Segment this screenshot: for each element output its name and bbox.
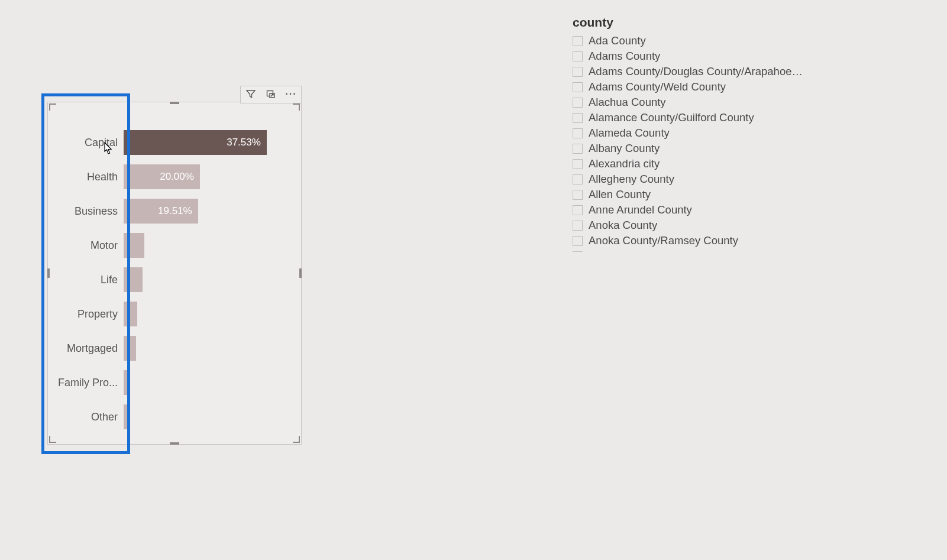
slicer-item[interactable]: Adams County <box>573 48 803 64</box>
slicer-item-label: Anoka County/Ramsey County <box>589 234 738 247</box>
checkbox-icon[interactable] <box>573 174 583 184</box>
checkbox-icon[interactable] <box>573 251 583 253</box>
category-label: Health <box>48 171 124 183</box>
slicer-item-label: Alachua County <box>589 96 666 109</box>
checkbox-icon[interactable] <box>573 36 583 46</box>
category-label: Other <box>48 411 124 423</box>
slicer-item[interactable]: Adams County/Douglas County/Arapahoe ... <box>573 64 803 79</box>
resize-handle[interactable] <box>170 442 179 445</box>
category-label: Life <box>48 274 124 286</box>
focus-mode-icon[interactable] <box>261 86 281 102</box>
county-slicer[interactable]: county Ada CountyAdams CountyAdams Count… <box>573 15 803 252</box>
chart-row[interactable]: Mortgaged <box>48 335 296 361</box>
resize-handle[interactable] <box>293 103 300 111</box>
slicer-item[interactable]: Alachua County <box>573 95 803 110</box>
filter-icon[interactable] <box>241 86 261 102</box>
slicer-item-label: Albany County <box>589 142 660 155</box>
bar[interactable]: 20.00% <box>124 164 200 189</box>
bar[interactable] <box>124 302 137 326</box>
category-label: Mortgaged <box>48 342 124 355</box>
bar[interactable] <box>124 404 130 429</box>
slicer-item-label: Adams County <box>589 50 660 63</box>
checkbox-icon[interactable] <box>573 51 583 61</box>
slicer-item[interactable]: Ada County <box>573 33 803 48</box>
bar[interactable]: 37.53% <box>124 130 267 155</box>
category-label: Business <box>48 205 124 218</box>
slicer-item[interactable]: Alamance County/Guilford County <box>573 110 803 125</box>
chart-row[interactable]: Motor <box>48 232 296 258</box>
slicer-item[interactable]: Albany County <box>573 141 803 156</box>
slicer-list[interactable]: Ada CountyAdams CountyAdams County/Dougl… <box>573 33 803 252</box>
chart-row[interactable]: Life <box>48 267 296 293</box>
bar[interactable] <box>124 233 144 258</box>
slicer-item-label: Allegheny County <box>589 173 674 186</box>
checkbox-icon[interactable] <box>573 98 583 108</box>
slicer-item[interactable]: Adams County/Weld County <box>573 79 803 95</box>
resize-handle[interactable] <box>49 103 56 111</box>
chart-row[interactable]: Capital37.53% <box>48 130 296 156</box>
category-label: Family Pro... <box>48 377 124 389</box>
slicer-title: county <box>573 15 803 30</box>
slicer-item-label: Anne Arundel County <box>589 203 692 216</box>
slicer-item-label: Aransas County/Kleberg County/Nueces C..… <box>589 250 803 252</box>
resize-handle[interactable] <box>170 102 179 104</box>
bar[interactable] <box>124 267 143 292</box>
checkbox-icon[interactable] <box>573 67 583 77</box>
checkbox-icon[interactable] <box>573 113 583 123</box>
slicer-item-label: Anoka County <box>589 219 657 232</box>
checkbox-icon[interactable] <box>573 82 583 92</box>
data-label: 19.51% <box>158 205 192 217</box>
slicer-item-label: Alamance County/Guilford County <box>589 111 754 124</box>
bar-chart-visual[interactable]: ··· Capital37.53%Health20.00%Business19.… <box>47 102 302 445</box>
checkbox-icon[interactable] <box>573 221 583 231</box>
slicer-item[interactable]: Anoka County/Ramsey County <box>573 233 803 248</box>
chart-row[interactable]: Family Pro... <box>48 370 296 396</box>
chart-row[interactable]: Health20.00% <box>48 164 296 190</box>
chart-row[interactable]: Business19.51% <box>48 198 296 224</box>
category-label: Capital <box>48 137 124 149</box>
slicer-item-label: Adams County/Douglas County/Arapahoe ... <box>589 65 803 78</box>
slicer-item[interactable]: Aransas County/Kleberg County/Nueces C..… <box>573 248 803 252</box>
data-label: 37.53% <box>227 137 261 148</box>
checkbox-icon[interactable] <box>573 144 583 154</box>
slicer-item-label: Alameda County <box>589 127 670 140</box>
bar-chart-plot-area: Capital37.53%Health20.00%Business19.51%M… <box>48 127 301 432</box>
visual-toolbar: ··· <box>240 86 302 103</box>
bar[interactable] <box>124 370 130 395</box>
resize-handle[interactable] <box>293 436 300 443</box>
data-label: 20.00% <box>160 171 194 183</box>
slicer-item-label: Ada County <box>589 34 646 47</box>
checkbox-icon[interactable] <box>573 236 583 246</box>
category-label: Motor <box>48 239 124 252</box>
bar[interactable]: 19.51% <box>124 199 198 224</box>
chart-visual-container: ··· Capital37.53%Health20.00%Business19.… <box>47 102 302 445</box>
slicer-item[interactable]: Anoka County <box>573 218 803 233</box>
more-options-icon[interactable]: ··· <box>281 86 301 102</box>
checkbox-icon[interactable] <box>573 128 583 138</box>
slicer-item-label: Allen County <box>589 188 651 201</box>
slicer-item[interactable]: Alameda County <box>573 125 803 141</box>
checkbox-icon[interactable] <box>573 159 583 169</box>
category-label: Property <box>48 308 124 321</box>
chart-row[interactable]: Property <box>48 301 296 327</box>
slicer-item[interactable]: Allegheny County <box>573 171 803 187</box>
slicer-item[interactable]: Anne Arundel County <box>573 202 803 218</box>
chart-row[interactable]: Other <box>48 404 296 430</box>
slicer-item-label: Adams County/Weld County <box>589 80 726 93</box>
slicer-item[interactable]: Alexandria city <box>573 156 803 171</box>
bar[interactable] <box>124 336 136 361</box>
checkbox-icon[interactable] <box>573 205 583 215</box>
slicer-item-label: Alexandria city <box>589 157 660 170</box>
checkbox-icon[interactable] <box>573 190 583 200</box>
slicer-item[interactable]: Allen County <box>573 187 803 202</box>
resize-handle[interactable] <box>49 436 56 443</box>
